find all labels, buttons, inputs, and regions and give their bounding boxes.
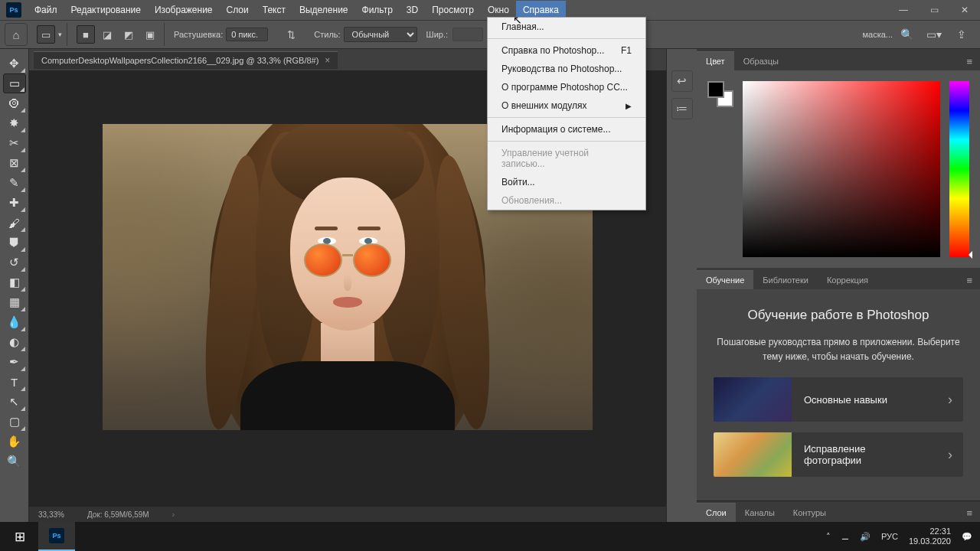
stamp-tool[interactable]: ⛊ xyxy=(3,233,26,253)
help-item[interactable]: Войти... xyxy=(488,173,645,191)
marquee-tool[interactable]: ▭ xyxy=(3,73,26,93)
notifications-icon[interactable]: 💬 xyxy=(962,532,972,542)
color-field[interactable] xyxy=(743,81,940,257)
tab-color[interactable]: Цвет xyxy=(697,51,734,70)
mask-label[interactable]: маска... xyxy=(862,30,893,39)
width-input xyxy=(452,28,483,41)
language-indicator[interactable]: РУС xyxy=(881,532,898,541)
learn-title: Обучение работе в Photoshop xyxy=(714,308,963,323)
eyedropper-tool[interactable]: ✎ xyxy=(3,173,26,193)
marquee-preset[interactable]: ▭ xyxy=(37,25,55,44)
learn-card-retouch[interactable]: Исправление фотографии › xyxy=(714,432,963,477)
blur-tool[interactable]: 💧 xyxy=(3,312,26,332)
shape-tool[interactable]: ▢ xyxy=(3,412,26,432)
tab-learn[interactable]: Обучение xyxy=(697,270,753,289)
hand-tool[interactable]: ✋ xyxy=(3,432,26,452)
panel-menu-icon[interactable]: ≡ xyxy=(959,504,980,522)
gradient-tool[interactable]: ▦ xyxy=(3,292,26,312)
fg-bg-swatches[interactable] xyxy=(707,81,733,107)
panel-menu-icon[interactable]: ≡ xyxy=(959,53,980,70)
feather-label: Растушевка: xyxy=(174,30,223,39)
type-tool[interactable]: T xyxy=(3,372,26,392)
width-label: Шир.: xyxy=(426,30,448,39)
tab-adjustments[interactable]: Коррекция xyxy=(818,271,877,289)
menu-3d[interactable]: 3D xyxy=(400,1,425,19)
antialias-toggle[interactable]: ⇅ xyxy=(282,25,300,44)
menu-фильтр[interactable]: Фильтр xyxy=(355,1,400,19)
selection-subtract[interactable]: ◩ xyxy=(119,25,138,44)
help-item[interactable]: Руководства по Photoshop... xyxy=(488,60,645,78)
style-label: Стиль: xyxy=(314,30,340,39)
history-brush-tool[interactable]: ↺ xyxy=(3,253,26,272)
minimize-button[interactable]: ― xyxy=(888,0,919,20)
help-item[interactable]: О внешних модулях▶ xyxy=(488,96,645,115)
sound-icon[interactable]: 🔊 xyxy=(860,532,871,542)
menu-редактирование[interactable]: Редактирование xyxy=(64,1,148,19)
close-tab-icon[interactable]: × xyxy=(325,55,330,66)
zoom-readout[interactable]: 33,33% xyxy=(38,510,64,519)
selection-new[interactable]: ■ xyxy=(77,25,95,44)
document-tab[interactable]: ComputerDesktopWallpapersCollection2166_… xyxy=(34,51,338,69)
learn-panel-tabs: Обучение Библиотеки Коррекция ≡ xyxy=(697,268,980,289)
lasso-tool[interactable]: ⭗ xyxy=(3,93,26,113)
healing-tool[interactable]: ✚ xyxy=(3,193,26,213)
tab-swatches[interactable]: Образцы xyxy=(734,52,788,70)
app-logo: Ps xyxy=(6,2,21,18)
tab-libraries[interactable]: Библиотеки xyxy=(753,271,818,289)
selection-add[interactable]: ◪ xyxy=(98,25,116,44)
menu-просмотр[interactable]: Просмотр xyxy=(425,1,481,19)
panel-menu-icon[interactable]: ≡ xyxy=(959,272,980,289)
toolbox: ✥ ▭ ⭗ ✸ ✂ ⊠ ✎ ✚ 🖌 ⛊ ↺ ◧ ▦ 💧 ◐ ✒ T ↖ ▢ ✋ … xyxy=(0,49,29,522)
doc-size-readout[interactable]: Док: 6,59M/6,59M xyxy=(87,510,149,519)
quick-select-tool[interactable]: ✸ xyxy=(3,113,26,133)
taskbar-photoshop[interactable]: Ps xyxy=(38,522,75,551)
share-icon[interactable]: ⇪ xyxy=(952,25,971,44)
layers-panel-tabs: Слои Каналы Контуры ≡ xyxy=(697,500,980,522)
menu-файл[interactable]: Файл xyxy=(28,1,64,19)
color-panel xyxy=(697,70,980,268)
close-button[interactable]: ✕ xyxy=(949,0,980,20)
help-item[interactable]: Информация о системе... xyxy=(488,120,645,139)
hue-slider[interactable] xyxy=(949,81,969,257)
help-item[interactable]: О программе Photoshop CC... xyxy=(488,78,645,96)
tray-chevron-icon[interactable]: ˄ xyxy=(826,532,831,542)
history-panel-icon[interactable]: ↩ xyxy=(671,70,693,92)
search-icon[interactable]: 🔍 xyxy=(897,25,916,44)
help-menu: Главная...Справка по Photoshop...F1Руков… xyxy=(487,17,646,210)
pen-tool[interactable]: ✒ xyxy=(3,352,26,372)
foreground-swatch[interactable] xyxy=(707,81,724,98)
card-thumbnail xyxy=(714,432,792,477)
feather-input[interactable] xyxy=(226,28,268,41)
tab-paths[interactable]: Контуры xyxy=(784,504,835,522)
path-select-tool[interactable]: ↖ xyxy=(3,392,26,412)
move-tool[interactable]: ✥ xyxy=(3,54,26,73)
brush-tool[interactable]: 🖌 xyxy=(3,213,26,233)
eraser-tool[interactable]: ◧ xyxy=(3,272,26,292)
clock[interactable]: 22:31 19.03.2020 xyxy=(909,527,951,546)
dodge-tool[interactable]: ◐ xyxy=(3,332,26,352)
maximize-button[interactable]: ▭ xyxy=(919,0,949,20)
cursor-icon: ↖ xyxy=(513,14,522,26)
learn-card-basics[interactable]: Основные навыки › xyxy=(714,377,963,422)
wifi-icon[interactable]: ⚊ xyxy=(841,532,849,542)
home-icon[interactable]: ⌂ xyxy=(5,23,28,46)
menu-текст[interactable]: Текст xyxy=(256,1,292,19)
card-label: Исправление фотографии xyxy=(792,443,937,466)
tab-layers[interactable]: Слои xyxy=(697,503,736,522)
tab-channels[interactable]: Каналы xyxy=(736,504,784,522)
help-item: Обновления... xyxy=(488,191,645,210)
selection-intersect[interactable]: ▣ xyxy=(141,25,159,44)
menu-выделение[interactable]: Выделение xyxy=(292,1,355,19)
frame-tool[interactable]: ⊠ xyxy=(3,153,26,173)
help-item[interactable]: Главная... xyxy=(488,18,645,36)
style-select[interactable]: Обычный xyxy=(344,27,417,42)
zoom-tool[interactable]: 🔍 xyxy=(3,452,26,471)
start-button[interactable]: ⊞ xyxy=(2,522,38,551)
help-item[interactable]: Справка по Photoshop...F1 xyxy=(488,41,645,60)
workspace-icon[interactable]: ▭▾ xyxy=(925,25,943,44)
menu-изображение[interactable]: Изображение xyxy=(148,1,220,19)
menu-слои[interactable]: Слои xyxy=(220,1,256,19)
crop-tool[interactable]: ✂ xyxy=(3,133,26,153)
properties-panel-icon[interactable]: ≔ xyxy=(671,98,693,119)
learn-description: Пошаговые руководства прямо в приложении… xyxy=(714,335,963,364)
